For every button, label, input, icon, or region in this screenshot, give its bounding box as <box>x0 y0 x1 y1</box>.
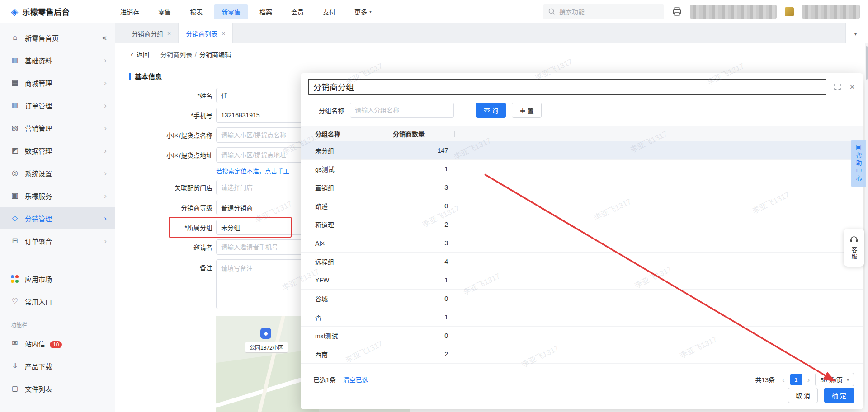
sidebar-item-home[interactable]: ⌂ 新零售首页 « <box>0 26 115 49</box>
chevron-right-icon: › <box>104 79 107 87</box>
breadcrumb: ‹ 返回 分销商列表/分销商编辑 <box>115 43 865 65</box>
current-page-button[interactable]: 1 <box>790 374 802 385</box>
table-row-selected[interactable]: 未分组147 <box>301 141 863 160</box>
tab-bar: 分销商分组 × 分销商列表 × ▾ <box>115 23 865 43</box>
global-search[interactable] <box>543 4 664 19</box>
customer-service-label: 客服 <box>850 247 859 260</box>
help-center-float[interactable]: ▣ 帮助中心 <box>851 140 866 187</box>
nav-item-retail[interactable]: 零售 <box>151 4 179 19</box>
marketing-icon: ▧ <box>11 124 19 131</box>
chevron-right-icon: › <box>104 147 107 154</box>
logo-icon: ◈ <box>11 7 18 16</box>
sidebar-item-app-market[interactable]: 应用市场 <box>0 267 115 290</box>
page-size-select[interactable]: 50 条/页 ▾ <box>815 373 854 386</box>
scrollbar-thumb[interactable] <box>866 46 868 80</box>
sidebar-item-basic-data[interactable]: ▦ 基础资料 › <box>0 49 115 71</box>
column-header-distributor-count[interactable]: 分销商数量 <box>386 129 454 138</box>
print-icon[interactable] <box>672 7 682 16</box>
nav-item-report[interactable]: 报表 <box>182 4 210 19</box>
back-button[interactable]: ‹ 返回 <box>131 50 149 59</box>
prev-page-button[interactable]: ‹ <box>781 376 786 384</box>
table-row[interactable]: YFW1 <box>301 271 863 290</box>
table-row[interactable]: 西南2 <box>301 345 863 364</box>
nav-item-payment[interactable]: 支付 <box>315 4 343 19</box>
close-icon[interactable]: × <box>222 30 225 37</box>
fullscreen-icon[interactable] <box>834 83 841 91</box>
app-logo[interactable]: ◈ 乐檬零售后台 <box>11 6 113 17</box>
pagination: 共13条 ‹ 1 › 50 条/页 ▾ <box>755 373 854 386</box>
blurred-user-info <box>690 5 777 19</box>
breadcrumb-parent[interactable]: 分销商列表 <box>160 51 192 58</box>
section-title: 基本信息 <box>135 71 162 81</box>
clear-selection-link[interactable]: 清空已选 <box>343 375 368 384</box>
header-divider <box>454 131 455 137</box>
distribution-icon: ◇ <box>11 215 19 222</box>
sidebar-section-label: 功能栏 <box>0 313 115 332</box>
section-accent-bar <box>129 73 131 80</box>
collapse-sidebar-icon[interactable]: « <box>102 33 107 42</box>
tab-distributor-list[interactable]: 分销商列表 × <box>179 23 233 43</box>
table-row[interactable]: gs测试1 <box>301 160 863 178</box>
home-icon: ⌂ <box>11 34 19 41</box>
topbar: ◈ 乐檬零售后台 进销存 零售 报表 新零售 档案 会员 支付 更多 ▾ <box>0 0 868 23</box>
name-label: *姓名 <box>129 91 212 100</box>
level-label: 分销商等级 <box>129 203 212 212</box>
table-row[interactable]: A区3 <box>301 234 863 253</box>
table-row[interactable]: 直销组3 <box>301 178 863 197</box>
remark-label: 备注 <box>129 259 212 272</box>
table-row[interactable]: 路遥0 <box>301 197 863 215</box>
selected-count: 已选1条 <box>313 375 336 384</box>
sidebar-item-data[interactable]: ◩ 数据管理 › <box>0 139 115 162</box>
app-title: 乐檬零售后台 <box>22 6 70 17</box>
tab-overflow-button[interactable]: ▾ <box>845 23 865 43</box>
pickup-name-label: 小区/提货点名称 <box>129 131 212 140</box>
sidebar: ⌂ 新零售首页 « ▦ 基础资料 › ▤ 商城管理 › ▥ 订单管理 › ▧ 营… <box>0 23 115 412</box>
reset-button[interactable]: 重 置 <box>512 103 542 118</box>
sidebar-item-settings[interactable]: ◎ 系统设置 › <box>0 162 115 184</box>
modal-actions: 取 消 确 定 <box>788 388 854 403</box>
basic-data-icon: ▦ <box>11 56 19 64</box>
nav-item-new-retail[interactable]: 新零售 <box>214 4 248 19</box>
group-name-filter-input[interactable] <box>350 103 454 118</box>
nav-item-archive[interactable]: 档案 <box>252 4 280 19</box>
table-row[interactable]: 蒋道理2 <box>301 215 863 234</box>
table-row[interactable]: 远程组4 <box>301 253 863 271</box>
back-arrow-icon: ‹ <box>131 50 133 58</box>
sidebar-item-file-list[interactable]: ▢ 文件列表 <box>0 377 115 400</box>
nav-item-inventory[interactable]: 进销存 <box>113 4 147 19</box>
next-page-button[interactable]: › <box>807 376 811 384</box>
sidebar-item-lemon-service[interactable]: ▣ 乐檬服务 › <box>0 184 115 207</box>
help-icon: ▣ <box>855 144 861 150</box>
table-row[interactable]: 否1 <box>301 308 863 327</box>
data-icon: ◩ <box>11 147 19 154</box>
topbar-right <box>543 4 860 19</box>
app-market-icon <box>11 275 19 283</box>
sidebar-item-marketing[interactable]: ▧ 营销管理 › <box>0 117 115 139</box>
search-input[interactable] <box>559 8 659 15</box>
sidebar-item-mall[interactable]: ▤ 商城管理 › <box>0 71 115 94</box>
nav-item-more[interactable]: 更多 ▾ <box>347 4 379 19</box>
headset-icon <box>849 235 859 244</box>
column-header-group-name[interactable]: 分组名称 <box>301 129 386 138</box>
sidebar-item-inbox[interactable]: ✉ 站内信10 <box>0 332 115 355</box>
close-icon[interactable]: × <box>167 30 171 37</box>
confirm-button[interactable]: 确 定 <box>824 388 854 403</box>
table-row[interactable]: 谷城0 <box>301 290 863 308</box>
avatar-placeholder <box>785 7 794 16</box>
cancel-button[interactable]: 取 消 <box>788 388 818 403</box>
table-row[interactable]: mxf测试0 <box>301 327 863 345</box>
tab-distributor-group[interactable]: 分销商分组 × <box>124 23 179 43</box>
sidebar-item-orders[interactable]: ▥ 订单管理 › <box>0 94 115 117</box>
page-scrollbar[interactable] <box>865 43 868 412</box>
sidebar-item-distribution[interactable]: ◇ 分销管理 › <box>0 207 115 229</box>
customer-service-float[interactable]: 客服 <box>844 229 864 267</box>
search-button[interactable]: 查 询 <box>476 103 506 118</box>
sidebar-item-product-download[interactable]: ⇩ 产品下载 <box>0 355 115 377</box>
nav-item-member[interactable]: 会员 <box>283 4 311 19</box>
store-label: 关联配货门店 <box>129 183 212 192</box>
close-icon[interactable]: × <box>849 82 855 91</box>
sidebar-item-favorites[interactable]: ♡ 常用入口 <box>0 290 115 313</box>
chevron-right-icon: › <box>104 102 107 109</box>
mall-icon: ▤ <box>11 79 19 86</box>
sidebar-item-order-aggregate[interactable]: ⊟ 订单聚合 › <box>0 229 115 252</box>
